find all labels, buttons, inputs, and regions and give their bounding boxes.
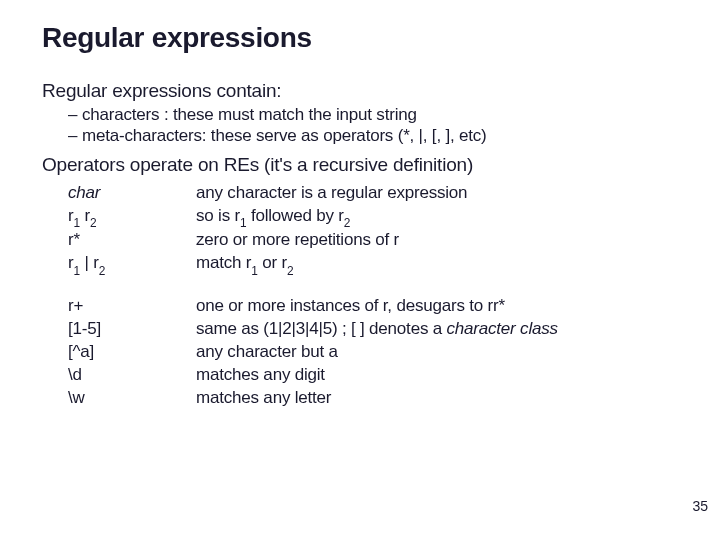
definition-description: one or more instances of r, desugars to …	[196, 295, 678, 318]
definition-term: r+	[68, 295, 196, 318]
definition-description: any character is a regular expression	[196, 182, 678, 205]
definition-description: matches any digit	[196, 364, 678, 387]
definition-description: so is r1 followed by r2	[196, 205, 678, 229]
definition-description: match r1 or r2	[196, 252, 678, 276]
definition-description: any character but a	[196, 341, 678, 364]
definition-row: [1-5]same as (1|2|3|4|5) ; [ ] denotes a…	[68, 318, 678, 341]
definition-term: char	[68, 182, 196, 205]
definition-term: [1-5]	[68, 318, 196, 341]
definition-row: r1 r2so is r1 followed by r2	[68, 205, 678, 229]
definition-row: r1 | r2match r1 or r2	[68, 252, 678, 276]
sub-item-text: meta-characters: these serve as operator…	[82, 126, 487, 145]
line-contain: Regular expressions contain:	[42, 80, 678, 102]
sub-list-1: –characters : these must match the input…	[68, 105, 678, 146]
definition-row: r*zero or more repetitions of r	[68, 229, 678, 252]
slide: Regular expressions Regular expressions …	[0, 0, 720, 540]
sub-item: –characters : these must match the input…	[68, 105, 678, 125]
definitions-group-2: r+one or more instances of r, desugars t…	[68, 295, 678, 410]
definition-row: \dmatches any digit	[68, 364, 678, 387]
definition-term: r1 r2	[68, 205, 196, 229]
definition-description: matches any letter	[196, 387, 678, 410]
line-operators: Operators operate on REs (it's a recursi…	[42, 154, 678, 176]
definition-description: same as (1|2|3|4|5) ; [ ] denotes a char…	[196, 318, 678, 341]
definition-term: r1 | r2	[68, 252, 196, 276]
definition-row: r+one or more instances of r, desugars t…	[68, 295, 678, 318]
page-number: 35	[692, 498, 708, 514]
sub-item-text: characters : these must match the input …	[82, 105, 417, 124]
definitions-group-1: charany character is a regular expressio…	[68, 182, 678, 277]
slide-title: Regular expressions	[42, 22, 678, 54]
definition-row: [^a]any character but a	[68, 341, 678, 364]
definition-row: charany character is a regular expressio…	[68, 182, 678, 205]
definition-description: zero or more repetitions of r	[196, 229, 678, 252]
definition-row: \wmatches any letter	[68, 387, 678, 410]
definition-term: [^a]	[68, 341, 196, 364]
sub-item: –meta-characters: these serve as operato…	[68, 126, 678, 146]
definition-term: \w	[68, 387, 196, 410]
definition-term: r*	[68, 229, 196, 252]
definition-term: \d	[68, 364, 196, 387]
